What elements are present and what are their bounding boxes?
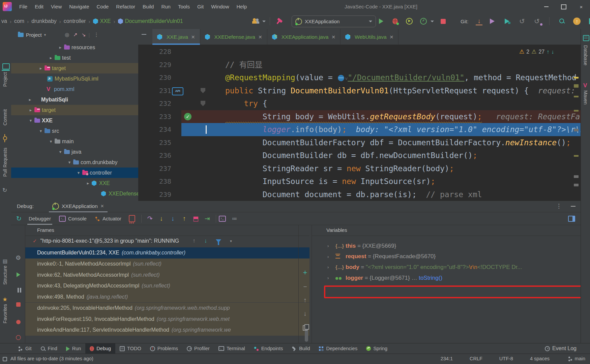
tree-row-java[interactable]: ▾java [11, 147, 139, 157]
menu-window[interactable]: Window [207, 0, 233, 13]
stack-frame-row[interactable]: invoke0:-1, NativeMethodAccessorImpl(sun… [25, 259, 309, 270]
expand-all-icon[interactable]: ↗ [73, 32, 78, 38]
breadcrumb-item-xxe[interactable]: XXE [93, 18, 111, 24]
variable-row-this[interactable]: ›{…}this = {XXE@5669} [312, 241, 581, 251]
tree-expand-arrow[interactable]: ▸ [84, 181, 92, 186]
tree-expand-arrow[interactable]: ▸ [26, 97, 34, 102]
code-with-me-dropdown-icon[interactable] [262, 21, 266, 22]
commit-tool-icon[interactable] [3, 136, 7, 140]
maximize-button[interactable] [555, 0, 572, 13]
locate-file-icon[interactable]: ◎ [65, 32, 69, 38]
menu-build[interactable]: Build [139, 0, 157, 13]
database-tool-icon[interactable] [583, 35, 589, 41]
step-into-icon[interactable]: ↓ [156, 215, 167, 222]
tab-xxeapplication-java[interactable]: XXEApplication.java✕ [267, 29, 341, 45]
search-everywhere-icon[interactable] [557, 16, 567, 26]
breadcrumb-item-drunkbaby[interactable]: drunkbaby [31, 18, 57, 24]
tab-webutils-java[interactable]: WebUtils.java✕ [341, 29, 399, 45]
tree-expand-arrow[interactable]: ▾ [27, 118, 34, 123]
frame-up-icon[interactable]: ↑ [193, 238, 196, 244]
evaluate-expression-icon[interactable]: ›_ [219, 216, 226, 222]
tree-expand-arrow[interactable]: ▸ [47, 55, 55, 60]
fold-marker-icon[interactable] [201, 101, 205, 106]
value-injection-globe-icon[interactable] [338, 75, 344, 81]
tree-row-target[interactable]: ▸target [11, 105, 139, 115]
tree-expand-arrow[interactable]: ▾ [47, 139, 55, 144]
add-watch-icon[interactable]: + [299, 268, 312, 277]
menu-run[interactable]: Run [157, 0, 174, 13]
mute-breakpoints-icon[interactable] [11, 335, 25, 341]
local-history-icon[interactable]: ↺ [517, 16, 527, 26]
stack-frame-row[interactable]: invokeForRequest:150, InvocableHandlerMe… [25, 313, 309, 325]
line-number[interactable]: 229 [138, 58, 181, 71]
remove-watch-icon[interactable]: − [299, 283, 312, 291]
menu-file[interactable]: File [16, 0, 31, 13]
toolwindow-button-spring[interactable]: Spring [362, 343, 392, 354]
rollback-icon[interactable]: ↺ [532, 16, 542, 26]
menu-help[interactable]: Help [233, 0, 251, 13]
maven-tool-icon[interactable]: V [583, 82, 587, 89]
ide-update-icon[interactable]: ↑ [572, 16, 582, 26]
tool-button-structure[interactable]: Structure [2, 266, 8, 285]
line-number[interactable]: 235 [138, 136, 181, 149]
line-number[interactable]: 234 [138, 123, 181, 136]
toolwindow-button-git[interactable]: Git [13, 343, 36, 354]
tree-row-xxe[interactable]: ▸XXE [11, 178, 139, 188]
error-stripe-mark[interactable] [574, 129, 579, 131]
debug-options-kebab-icon[interactable]: ⋮ [556, 203, 562, 210]
tool-button-favorites[interactable]: Favorites [2, 304, 8, 324]
layout-settings-icon[interactable] [568, 216, 575, 222]
tree-row-main[interactable]: ▾main [11, 136, 139, 147]
variable-row-logger[interactable]: ›logger = {Logger@5671} … toString() [312, 273, 581, 283]
toolwindow-button-profiler[interactable]: Profiler [182, 343, 214, 354]
tree-expand-arrow[interactable]: ▸ [37, 66, 45, 71]
breadcrumb-item-controller[interactable]: controller [64, 18, 86, 24]
run-configuration-select[interactable]: XXEApplication [292, 16, 376, 27]
tab-xxedefense-java[interactable]: XXEDefense.java✕ [200, 29, 267, 45]
api-badge-icon[interactable]: API [172, 87, 183, 95]
project-panel-title[interactable]: Project ▾ [18, 32, 46, 38]
toolwindow-button-dependencies[interactable]: Dependencies [314, 343, 362, 354]
error-stripe-mark[interactable] [574, 155, 579, 157]
breakpoint-verified-icon[interactable]: ✓ [184, 113, 191, 120]
profiler-button[interactable] [418, 16, 429, 26]
tab-close-icon[interactable]: ✕ [191, 34, 195, 40]
session-close-icon[interactable]: ✕ [100, 204, 104, 209]
debug-session-tab[interactable]: XXEApplication ✕ [49, 201, 108, 212]
error-stripe-mark[interactable] [574, 96, 579, 97]
code-editor[interactable]: 228// 有回显229@RequestMapping(value = ˅"/D… [138, 45, 581, 201]
toolwindow-button-event-log[interactable]: Event Log [545, 343, 577, 354]
line-number[interactable]: 232 [138, 97, 181, 110]
breadcrumb-item-documentbuildervuln01[interactable]: DocumentBuilderVuln01 [118, 18, 183, 24]
line-number[interactable]: 230 [138, 71, 181, 84]
thread-dropdown-icon[interactable]: ▾ [230, 239, 232, 243]
line-number[interactable]: 228 [138, 45, 181, 58]
debug-tab-console[interactable]: ›_Console [55, 212, 91, 225]
breadcrumb-item-va[interactable]: va [1, 18, 7, 24]
line-number[interactable]: 239 [138, 188, 181, 201]
show-watches-glasses-icon[interactable] [299, 340, 312, 343]
drop-frame-icon[interactable]: ⬒ [190, 215, 202, 222]
close-button[interactable]: × [572, 0, 590, 13]
hide-project-panel-icon[interactable] [142, 34, 146, 35]
stack-frame-row[interactable]: doInvoke:205, InvocableHandlerMethod(org… [25, 303, 309, 314]
tool-button-project[interactable]: Project [2, 72, 8, 87]
tree-row-com-drunkbaby[interactable]: ▾com.drunkbaby [11, 157, 139, 168]
tool-button-commit[interactable]: Commit [2, 109, 8, 125]
line-number[interactable]: 238 [138, 175, 181, 188]
step-over-icon[interactable]: ↷ [144, 215, 156, 222]
pause-icon[interactable] [11, 288, 25, 294]
line-number[interactable]: 231API [138, 84, 181, 97]
view-breakpoints-icon[interactable] [11, 320, 25, 326]
move-watch-up-icon[interactable]: ↑ [299, 297, 312, 304]
tree-row-mybatisqli[interactable]: ▸MybatiSqli [11, 94, 139, 105]
toolwindow-button-debug[interactable]: Debug [85, 343, 115, 354]
stack-frame-row[interactable]: invoke:62, NativeMethodAccessorImpl(sun.… [25, 269, 309, 280]
debug-button[interactable] [390, 16, 400, 26]
run-button[interactable] [376, 16, 386, 26]
prev-warning-icon[interactable]: ↓ [551, 49, 554, 55]
tree-expand-arrow[interactable]: ▾ [57, 149, 64, 154]
toolwindow-button-build[interactable]: Build [287, 343, 314, 354]
pull-requests-tool-icon[interactable]: ↻ [2, 187, 7, 194]
fold-marker-icon[interactable] [201, 88, 205, 93]
